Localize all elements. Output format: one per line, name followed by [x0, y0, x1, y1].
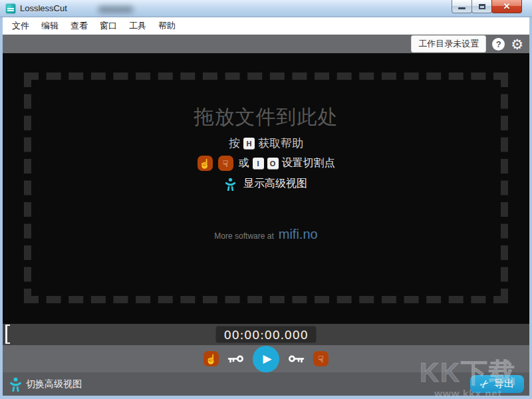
toolbar: 工作目录未设置 ? ⚙	[3, 35, 529, 53]
scissors-icon: ✂	[477, 376, 491, 392]
play-icon: ▶	[263, 352, 271, 366]
help-hint: 按 H 获取帮助	[229, 136, 303, 151]
working-dir-button[interactable]: 工作目录未设置	[411, 35, 486, 53]
key-h-badge: H	[243, 138, 255, 149]
maximize-icon	[479, 4, 485, 9]
jump-cut-end-icon[interactable]	[288, 354, 305, 363]
menubar: 文件 编辑 查看 窗口 工具 帮助	[3, 17, 529, 35]
menu-edit[interactable]: 编辑	[35, 17, 65, 35]
menu-window[interactable]: 窗口	[94, 17, 123, 35]
titlebar: LosslessCut ✕	[0, 0, 532, 17]
cut-end-hint-button[interactable]: ☟	[218, 156, 233, 171]
transport-controls: ☝ ▶ ☟	[3, 345, 529, 372]
key-i-badge: I	[253, 158, 264, 169]
mifi-link[interactable]: mifi.no	[279, 227, 318, 242]
app-logo-icon	[5, 3, 16, 14]
gear-icon[interactable]: ⚙	[511, 37, 523, 51]
window-title: LosslessCut	[20, 3, 67, 13]
blurred-region	[98, 6, 133, 13]
cut-hint-or: 或	[239, 156, 249, 170]
segment-start-bracket-icon	[5, 325, 10, 344]
current-timecode[interactable]: 00:00:00.000	[216, 327, 317, 343]
play-button[interactable]: ▶	[253, 346, 279, 372]
help-hint-prefix: 按	[229, 136, 240, 151]
minimize-button[interactable]	[452, 0, 472, 13]
advanced-view-person-icon	[9, 377, 22, 392]
video-drop-zone[interactable]: 拖放文件到此处 按 H 获取帮助 ☝ ☟ 或 I O 设置切割点	[3, 53, 529, 324]
toggle-advanced-view-label: 切换高级视图	[26, 378, 82, 390]
advanced-view-person-icon	[225, 178, 236, 191]
hand-point-down-icon: ☟	[318, 354, 324, 364]
hand-point-up-icon: ☝	[205, 354, 217, 364]
menu-help[interactable]: 帮助	[152, 17, 182, 35]
export-label: 导出	[494, 378, 514, 390]
menu-tools[interactable]: 工具	[123, 17, 152, 35]
menu-view[interactable]: 查看	[65, 17, 94, 35]
toggle-advanced-view-button[interactable]: 切换高级视图	[9, 377, 82, 392]
close-button[interactable]: ✕	[491, 0, 522, 13]
set-cut-end-button[interactable]: ☟	[313, 351, 329, 366]
cut-start-hint-button[interactable]: ☝	[198, 156, 213, 171]
cut-hint-suffix: 设置切割点	[282, 156, 335, 170]
help-icon[interactable]: ?	[492, 38, 505, 51]
window-body: 文件 编辑 查看 窗口 工具 帮助 工作目录未设置 ? ⚙ 拖放文件到此处 按 …	[0, 17, 532, 399]
app-window: LosslessCut ✕ 文件 编辑 查看 窗口 工具 帮助 工作目录未设	[0, 0, 532, 399]
dropzone-content: 拖放文件到此处 按 H 获取帮助 ☝ ☟ 或 I O 设置切割点	[3, 53, 529, 324]
window-controls: ✕	[452, 0, 522, 13]
show-advanced-view-link[interactable]: 显示高级视图	[225, 177, 307, 191]
key-o-badge: O	[267, 158, 279, 169]
promo-prefix: More software at	[214, 231, 273, 241]
export-button[interactable]: ✂ 导出	[470, 375, 524, 393]
hand-point-up-icon: ☝	[199, 158, 210, 169]
promo-row: More software at mifi.no	[214, 227, 317, 242]
jump-cut-start-icon[interactable]	[227, 354, 244, 363]
minimize-icon	[458, 7, 466, 9]
timeline-seekbar[interactable]: 00:00:00.000	[3, 324, 529, 345]
dropzone-title: 拖放文件到此处	[194, 104, 338, 131]
maximize-button[interactable]	[471, 0, 492, 13]
set-cut-start-button[interactable]: ☝	[203, 351, 219, 366]
close-icon: ✕	[503, 1, 511, 11]
help-hint-suffix: 获取帮助	[258, 136, 303, 151]
bottom-bar: 切换高级视图 ✂ 导出	[3, 372, 529, 396]
hand-point-down-icon: ☟	[223, 158, 229, 169]
menu-file[interactable]: 文件	[6, 17, 35, 35]
show-advanced-view-label: 显示高级视图	[243, 177, 307, 191]
cutpoint-hint: ☝ ☟ 或 I O 设置切割点	[198, 156, 335, 171]
